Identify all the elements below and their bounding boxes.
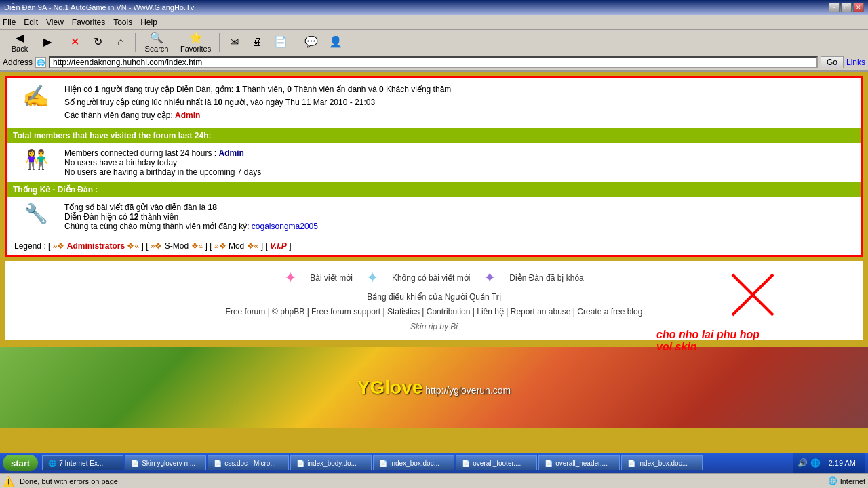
menu-edit[interactable]: Edit	[24, 18, 38, 27]
maximize-button[interactable]: □	[841, 3, 852, 12]
birthday-line: No users have a birthday today	[64, 158, 261, 167]
close-button[interactable]: ✕	[853, 3, 864, 12]
print-button[interactable]: 🖨	[247, 32, 267, 52]
guests-count: 0	[379, 85, 384, 94]
search-button[interactable]: 🔍 Search	[140, 32, 174, 52]
footer-support[interactable]: Free forum support	[311, 307, 380, 317]
footer-statistics[interactable]: Statistics	[387, 307, 420, 317]
taskbar-footer[interactable]: 📄 overall_footer....	[456, 455, 537, 470]
taskbar-body-icon: 📄	[296, 460, 304, 467]
menu-help[interactable]: Help	[140, 18, 157, 27]
red-section: ✍️ Hiện có 1 người đang truy cập Diễn Đà…	[5, 76, 863, 257]
taskbar-header[interactable]: 📄 overall_header....	[538, 455, 620, 470]
banner-area: YGlove http://ygloverun.com	[0, 344, 868, 432]
forward-button[interactable]: ▶	[39, 32, 56, 52]
favorites-button[interactable]: ⭐ Favorites	[176, 32, 215, 52]
legend-smod: S-Mod	[165, 241, 189, 251]
taskbar-skin[interactable]: 📄 Skin ygloverv n....	[125, 455, 206, 470]
toolbar-separator-4	[296, 33, 296, 52]
online-info: Hiện có 1 người đang truy cập Diễn Đàn, …	[64, 83, 451, 96]
taskbar-ie-icon: 🌐	[48, 460, 56, 467]
search-label: Search	[145, 45, 169, 53]
members-text: Members connected during last 24 hours :…	[64, 148, 261, 177]
taskbar-footer-label: overall_footer....	[473, 460, 521, 467]
taskbar-body[interactable]: 📄 index_body.do...	[290, 455, 372, 470]
banner-url: http://ygloverun.com	[425, 385, 511, 396]
refresh-icon: ↻	[94, 35, 102, 48]
taskbar-css[interactable]: 📄 css.doc - Micro...	[208, 455, 289, 470]
footer-wrapper: ✦ Bài viết mới ✦ Không có bài viết mới ✦…	[0, 261, 868, 340]
menu-favorites[interactable]: Favorites	[72, 18, 105, 27]
home-button[interactable]: ⌂	[111, 32, 131, 52]
thongke-bar: Thống Kê - Diễn Đàn :	[7, 182, 861, 197]
messenger-button[interactable]: 👤	[325, 32, 347, 52]
total-members-bar: Total members that have visited the foru…	[7, 128, 861, 143]
refresh-button[interactable]: ↻	[87, 32, 108, 52]
window-controls: − □ ✕	[829, 3, 864, 12]
toolbar-separator-2	[135, 33, 136, 52]
discuss-button[interactable]: 💬	[300, 32, 322, 52]
banner-text: YGlove http://ygloverun.com	[357, 377, 511, 399]
mail-icon: ✉	[230, 35, 239, 48]
home-icon: ⌂	[117, 36, 124, 48]
members-icon: 👫	[16, 148, 56, 171]
footer-contact[interactable]: Liên hệ	[477, 307, 504, 317]
taskbar-skin-icon: 📄	[131, 460, 139, 467]
taskbar-tray: 🔊 🌐 2:19 AM	[793, 453, 865, 473]
smod-arrow-end: ❖«	[191, 241, 203, 251]
title-bar: Diễn Đàn 9A - No.1 AutoGame in VN - WwW.…	[0, 0, 868, 15]
window-title: Diễn Đàn 9A - No.1 AutoGame in VN - WwW.…	[4, 3, 194, 12]
taskbar-box2-icon: 📄	[627, 460, 635, 467]
taskbar-skin-label: Skin ygloverv n....	[142, 460, 195, 467]
stats-icon: ✍️	[16, 83, 56, 109]
links-button[interactable]: Links	[846, 58, 865, 67]
legend-admin[interactable]: Administrators	[67, 241, 125, 251]
edit-button[interactable]: 📄	[270, 32, 292, 52]
admin-link-24h[interactable]: Admin	[218, 148, 243, 158]
forward-icon: ▶	[43, 35, 52, 48]
mod-arrow-end: ❖«	[247, 241, 259, 251]
mail-button[interactable]: ✉	[224, 32, 244, 52]
taskbar-clock: 2:19 AM	[823, 459, 861, 467]
menu-tools[interactable]: Tools	[113, 18, 132, 27]
footer-free-forum[interactable]: Free forum	[226, 307, 266, 317]
footer-blog[interactable]: Create a free blog	[577, 307, 642, 317]
stop-icon: ✕	[71, 35, 79, 48]
internet-zone: 🌐 Internet	[828, 476, 865, 485]
footer-phpbb[interactable]: © phpBB	[272, 307, 304, 317]
taskbar-ie[interactable]: 🌐 7 Internet Ex...	[42, 455, 123, 470]
taskbar-box2[interactable]: 📄 index_box.doc...	[621, 455, 703, 470]
tray-icon-1: 🔊	[797, 458, 808, 468]
back-button[interactable]: ◀ Back	[3, 32, 37, 52]
discuss-icon: 💬	[304, 35, 318, 48]
back-icon: ◀	[16, 31, 24, 44]
footer-report[interactable]: Report an abuse	[511, 307, 571, 317]
start-label: start	[11, 458, 30, 468]
menu-file[interactable]: File	[3, 18, 16, 27]
footer-section: ✦ Bài viết mới ✦ Không có bài viết mới ✦…	[5, 261, 863, 340]
taskbar-box[interactable]: 📄 index_box.doc...	[373, 455, 454, 470]
internet-icon: 🌐	[828, 476, 837, 485]
thongke-text: Thống Kê - Diễn Đàn :	[13, 185, 98, 195]
start-button[interactable]: start	[3, 455, 38, 471]
members-count-line: Diễn Đàn hiện có 12 thành viên	[64, 212, 318, 222]
menu-view[interactable]: View	[46, 18, 64, 27]
print-icon: 🖨	[252, 36, 262, 48]
internet-label: Internet	[840, 477, 865, 485]
admin-panel-anchor[interactable]: Bảng điều khiển của Người Quản Trị	[367, 292, 500, 302]
taskbar-header-label: overall_header....	[555, 460, 608, 467]
new-member-link[interactable]: cogaisongma2005	[252, 222, 318, 231]
online-count: 1	[94, 85, 99, 94]
star-none-icon: ✦	[366, 269, 378, 287]
admin-link-online[interactable]: Admin	[175, 110, 200, 120]
page-wrapper: ✍️ Hiện có 1 người đang truy cập Diễn Đà…	[0, 72, 868, 473]
banner-image: YGlove http://ygloverun.com	[0, 347, 868, 428]
address-input[interactable]	[49, 56, 818, 68]
taskbar: start 🌐 7 Internet Ex... 📄 Skin ygloverv…	[0, 453, 868, 473]
go-button[interactable]: Go	[821, 56, 844, 68]
admin-arrow-end: ❖«	[127, 241, 139, 251]
mod-arrow: »❖	[214, 241, 226, 251]
minimize-button[interactable]: −	[829, 3, 840, 12]
stop-button[interactable]: ✕	[64, 32, 85, 52]
footer-contribution[interactable]: Contribution	[427, 307, 471, 317]
